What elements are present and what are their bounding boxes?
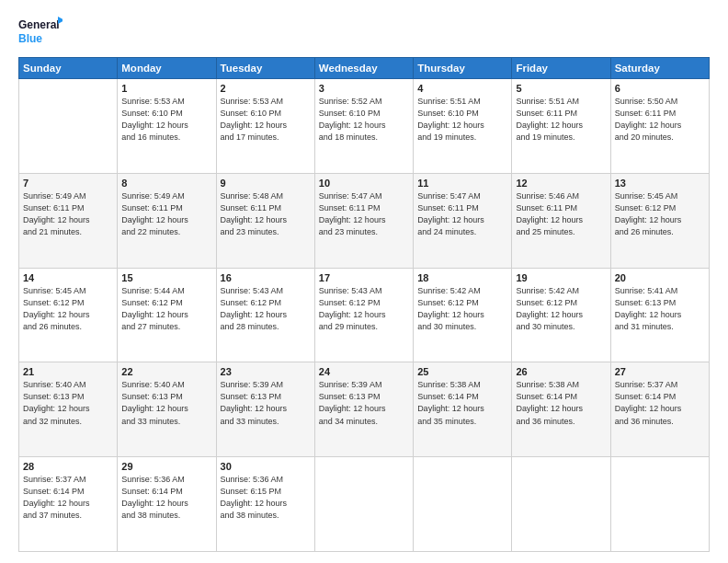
day-info: Sunrise: 5:40 AMSunset: 6:13 PMDaylight:… bbox=[121, 379, 211, 427]
day-number: 29 bbox=[121, 461, 211, 472]
day-info: Sunrise: 5:48 AMSunset: 6:11 PMDaylight:… bbox=[221, 190, 311, 238]
cell-w5-d1: 29Sunrise: 5:36 AMSunset: 6:14 PMDayligh… bbox=[118, 457, 216, 552]
day-number: 10 bbox=[319, 178, 409, 189]
cell-w1-d5: 5Sunrise: 5:51 AMSunset: 6:11 PMDaylight… bbox=[512, 79, 610, 174]
day-info: Sunrise: 5:53 AMSunset: 6:10 PMDaylight:… bbox=[221, 96, 311, 144]
cell-w1-d1: 1Sunrise: 5:53 AMSunset: 6:10 PMDaylight… bbox=[118, 79, 216, 174]
header: General Blue bbox=[18, 15, 710, 48]
day-number: 27 bbox=[615, 366, 705, 377]
day-number: 16 bbox=[221, 272, 311, 283]
header-monday: Monday bbox=[118, 58, 216, 79]
day-info: Sunrise: 5:39 AMSunset: 6:13 PMDaylight:… bbox=[319, 379, 409, 427]
day-info: Sunrise: 5:43 AMSunset: 6:12 PMDaylight:… bbox=[319, 285, 409, 333]
cell-w4-d1: 22Sunrise: 5:40 AMSunset: 6:13 PMDayligh… bbox=[118, 362, 216, 457]
day-number: 22 bbox=[121, 366, 211, 377]
logo-svg: General Blue bbox=[18, 15, 63, 48]
day-number: 13 bbox=[615, 178, 705, 189]
cell-w4-d0: 21Sunrise: 5:40 AMSunset: 6:13 PMDayligh… bbox=[19, 362, 118, 457]
day-info: Sunrise: 5:37 AMSunset: 6:14 PMDaylight:… bbox=[23, 474, 113, 522]
cell-w2-d2: 9Sunrise: 5:48 AMSunset: 6:11 PMDaylight… bbox=[216, 173, 314, 268]
day-number: 7 bbox=[23, 178, 113, 189]
cell-w2-d0: 7Sunrise: 5:49 AMSunset: 6:11 PMDaylight… bbox=[19, 173, 118, 268]
cell-w1-d4: 4Sunrise: 5:51 AMSunset: 6:10 PMDaylight… bbox=[414, 79, 512, 174]
day-number: 5 bbox=[516, 83, 606, 94]
logo: General Blue bbox=[18, 15, 63, 48]
day-number: 23 bbox=[221, 366, 311, 377]
header-thursday: Thursday bbox=[414, 58, 512, 79]
day-number: 26 bbox=[516, 366, 606, 377]
cell-w3-d2: 16Sunrise: 5:43 AMSunset: 6:12 PMDayligh… bbox=[216, 268, 314, 362]
day-number: 18 bbox=[417, 272, 507, 283]
calendar-header-row: SundayMondayTuesdayWednesdayThursdayFrid… bbox=[19, 58, 710, 79]
day-number: 1 bbox=[121, 83, 211, 94]
cell-w4-d6: 27Sunrise: 5:37 AMSunset: 6:14 PMDayligh… bbox=[610, 362, 709, 457]
cell-w3-d4: 18Sunrise: 5:42 AMSunset: 6:12 PMDayligh… bbox=[414, 268, 512, 362]
day-info: Sunrise: 5:49 AMSunset: 6:11 PMDaylight:… bbox=[121, 190, 211, 238]
header-saturday: Saturday bbox=[610, 58, 709, 79]
day-info: Sunrise: 5:47 AMSunset: 6:11 PMDaylight:… bbox=[319, 190, 409, 238]
cell-w4-d4: 25Sunrise: 5:38 AMSunset: 6:14 PMDayligh… bbox=[414, 362, 512, 457]
cell-w5-d5 bbox=[512, 457, 610, 552]
day-number: 20 bbox=[615, 272, 705, 283]
cell-w2-d4: 11Sunrise: 5:47 AMSunset: 6:11 PMDayligh… bbox=[414, 173, 512, 268]
day-number: 25 bbox=[417, 366, 507, 377]
header-sunday: Sunday bbox=[19, 58, 118, 79]
day-number: 12 bbox=[516, 178, 606, 189]
cell-w5-d4 bbox=[414, 457, 512, 552]
day-info: Sunrise: 5:36 AMSunset: 6:15 PMDaylight:… bbox=[221, 474, 311, 522]
day-info: Sunrise: 5:49 AMSunset: 6:11 PMDaylight:… bbox=[23, 190, 113, 238]
cell-w2-d1: 8Sunrise: 5:49 AMSunset: 6:11 PMDaylight… bbox=[118, 173, 216, 268]
cell-w4-d2: 23Sunrise: 5:39 AMSunset: 6:13 PMDayligh… bbox=[216, 362, 314, 457]
week-row-4: 21Sunrise: 5:40 AMSunset: 6:13 PMDayligh… bbox=[19, 362, 710, 457]
day-info: Sunrise: 5:46 AMSunset: 6:11 PMDaylight:… bbox=[516, 190, 606, 238]
svg-marker-2 bbox=[58, 17, 63, 24]
cell-w1-d6: 6Sunrise: 5:50 AMSunset: 6:11 PMDaylight… bbox=[610, 79, 709, 174]
day-info: Sunrise: 5:45 AMSunset: 6:12 PMDaylight:… bbox=[23, 285, 113, 333]
day-info: Sunrise: 5:50 AMSunset: 6:11 PMDaylight:… bbox=[615, 96, 705, 144]
day-info: Sunrise: 5:51 AMSunset: 6:10 PMDaylight:… bbox=[417, 96, 507, 144]
cell-w3-d6: 20Sunrise: 5:41 AMSunset: 6:13 PMDayligh… bbox=[610, 268, 709, 362]
week-row-1: 1Sunrise: 5:53 AMSunset: 6:10 PMDaylight… bbox=[19, 79, 710, 174]
day-number: 19 bbox=[516, 272, 606, 283]
cell-w1-d3: 3Sunrise: 5:52 AMSunset: 6:10 PMDaylight… bbox=[314, 79, 413, 174]
day-number: 11 bbox=[417, 178, 507, 189]
day-info: Sunrise: 5:37 AMSunset: 6:14 PMDaylight:… bbox=[615, 379, 705, 427]
cell-w2-d5: 12Sunrise: 5:46 AMSunset: 6:11 PMDayligh… bbox=[512, 173, 610, 268]
day-number: 2 bbox=[221, 83, 311, 94]
day-info: Sunrise: 5:38 AMSunset: 6:14 PMDaylight:… bbox=[417, 379, 507, 427]
day-number: 3 bbox=[319, 83, 409, 94]
day-info: Sunrise: 5:44 AMSunset: 6:12 PMDaylight:… bbox=[121, 285, 211, 333]
day-number: 30 bbox=[221, 461, 311, 472]
page: General Blue SundayMondayTuesdayWednesda… bbox=[0, 0, 728, 563]
day-info: Sunrise: 5:43 AMSunset: 6:12 PMDaylight:… bbox=[221, 285, 311, 333]
cell-w5-d2: 30Sunrise: 5:36 AMSunset: 6:15 PMDayligh… bbox=[216, 457, 314, 552]
day-info: Sunrise: 5:51 AMSunset: 6:11 PMDaylight:… bbox=[516, 96, 606, 144]
day-info: Sunrise: 5:39 AMSunset: 6:13 PMDaylight:… bbox=[221, 379, 311, 427]
week-row-2: 7Sunrise: 5:49 AMSunset: 6:11 PMDaylight… bbox=[19, 173, 710, 268]
day-number: 17 bbox=[319, 272, 409, 283]
cell-w3-d5: 19Sunrise: 5:42 AMSunset: 6:12 PMDayligh… bbox=[512, 268, 610, 362]
header-wednesday: Wednesday bbox=[314, 58, 413, 79]
day-number: 24 bbox=[319, 366, 409, 377]
day-number: 28 bbox=[23, 461, 113, 472]
day-info: Sunrise: 5:38 AMSunset: 6:14 PMDaylight:… bbox=[516, 379, 606, 427]
cell-w3-d0: 14Sunrise: 5:45 AMSunset: 6:12 PMDayligh… bbox=[19, 268, 118, 362]
day-info: Sunrise: 5:53 AMSunset: 6:10 PMDaylight:… bbox=[121, 96, 211, 144]
day-number: 6 bbox=[615, 83, 705, 94]
svg-text:Blue: Blue bbox=[18, 32, 42, 45]
day-info: Sunrise: 5:42 AMSunset: 6:12 PMDaylight:… bbox=[516, 285, 606, 333]
day-info: Sunrise: 5:42 AMSunset: 6:12 PMDaylight:… bbox=[417, 285, 507, 333]
week-row-5: 28Sunrise: 5:37 AMSunset: 6:14 PMDayligh… bbox=[19, 457, 710, 552]
header-tuesday: Tuesday bbox=[216, 58, 314, 79]
svg-text:General: General bbox=[18, 18, 60, 31]
cell-w5-d6 bbox=[610, 457, 709, 552]
cell-w1-d2: 2Sunrise: 5:53 AMSunset: 6:10 PMDaylight… bbox=[216, 79, 314, 174]
calendar-table: SundayMondayTuesdayWednesdayThursdayFrid… bbox=[18, 57, 710, 552]
day-number: 4 bbox=[417, 83, 507, 94]
cell-w5-d0: 28Sunrise: 5:37 AMSunset: 6:14 PMDayligh… bbox=[19, 457, 118, 552]
day-number: 8 bbox=[121, 178, 211, 189]
day-number: 14 bbox=[23, 272, 113, 283]
header-friday: Friday bbox=[512, 58, 610, 79]
cell-w2-d6: 13Sunrise: 5:45 AMSunset: 6:12 PMDayligh… bbox=[610, 173, 709, 268]
day-info: Sunrise: 5:41 AMSunset: 6:13 PMDaylight:… bbox=[615, 285, 705, 333]
